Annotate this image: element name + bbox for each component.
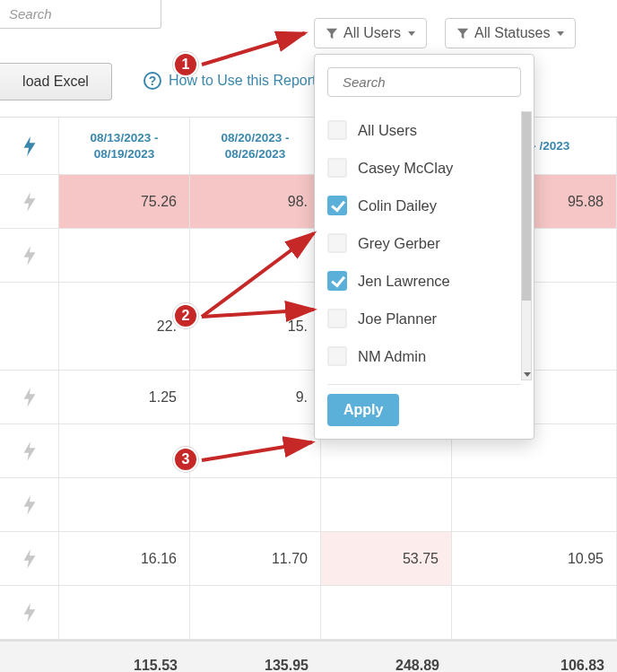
dropdown-search-input[interactable] — [341, 74, 516, 91]
filter-users-label: All Users — [343, 25, 401, 41]
bolt-icon — [22, 192, 38, 212]
cell — [321, 478, 452, 531]
cell — [59, 478, 190, 531]
dropdown-item-label: Colin Dailey — [358, 197, 437, 214]
total-cell: 135.95 — [190, 641, 321, 672]
download-excel-button[interactable]: load Excel — [0, 63, 112, 100]
filter-users-button[interactable]: All Users — [314, 18, 427, 48]
dropdown-item-all-users[interactable]: All Users — [327, 111, 521, 149]
dropdown-item-label: Joe Planner — [358, 310, 437, 327]
dropdown-item[interactable]: NM Admin — [327, 337, 521, 375]
cell: 10.95 — [452, 532, 617, 585]
filter-icon — [456, 27, 469, 39]
row-bolt[interactable] — [0, 586, 59, 639]
dropdown-item[interactable]: Grey Gerber — [327, 224, 521, 262]
annotation-badge-2: 2 — [173, 303, 198, 328]
row-bolt[interactable] — [0, 175, 59, 228]
scroll-down-icon[interactable] — [524, 372, 531, 377]
table-row: 16.16 11.70 53.75 10.95 — [0, 532, 617, 586]
total-cell: 115.53 — [59, 641, 190, 672]
cell: 9. — [190, 371, 321, 423]
cell: 22. — [59, 283, 190, 370]
table-totals: 115.53 135.95 248.89 106.83 — [0, 640, 617, 672]
chevron-down-icon — [557, 31, 564, 36]
cell: 1.25 — [59, 371, 190, 423]
cell: 11.70 — [190, 532, 321, 585]
dropdown-item[interactable]: Jen Lawrence — [327, 262, 521, 300]
cell — [452, 478, 617, 531]
cell: 16.16 — [59, 532, 190, 585]
cell — [452, 586, 617, 639]
cell: 98. — [190, 175, 321, 228]
cell: 15. — [190, 283, 321, 370]
row-bolt[interactable] — [0, 424, 59, 477]
annotation-badge-3: 3 — [173, 447, 198, 472]
header-bolt[interactable] — [0, 118, 59, 174]
annotation-badge-1: 1 — [173, 52, 198, 77]
dropdown-item[interactable]: Joe Planner — [327, 300, 521, 337]
cell — [59, 229, 190, 282]
filter-statuses-label: All Statuses — [474, 25, 550, 41]
dropdown-item-label: Grey Gerber — [358, 235, 440, 252]
total-cell: 106.83 — [452, 641, 617, 672]
checkbox-checked[interactable] — [327, 271, 347, 291]
dropdown-list: All Users Casey McClay Colin Dailey Grey… — [315, 108, 534, 375]
howto-link[interactable]: ? How to Use this Report — [143, 72, 317, 90]
checkbox[interactable] — [327, 120, 347, 140]
checkbox[interactable] — [327, 346, 347, 366]
global-search-input[interactable] — [0, 0, 161, 29]
top-controls: All Users All Statuses — [0, 0, 617, 49]
row-bolt — [0, 283, 59, 370]
dropdown-scrollbar[interactable] — [521, 111, 532, 380]
chevron-down-icon — [408, 31, 415, 36]
checkbox[interactable] — [327, 233, 347, 253]
checkbox[interactable] — [327, 309, 347, 328]
cell — [190, 478, 321, 531]
table-row — [0, 586, 617, 640]
dropdown-item-label: Jen Lawrence — [358, 273, 450, 290]
bolt-icon — [22, 246, 38, 266]
cell — [59, 424, 190, 477]
cell — [190, 229, 321, 282]
separator — [327, 384, 521, 385]
row-bolt[interactable] — [0, 229, 59, 282]
dropdown-item[interactable]: Colin Dailey — [327, 187, 521, 224]
cell — [190, 586, 321, 639]
dropdown-item-label: Casey McClay — [358, 160, 453, 177]
bolt-icon — [22, 441, 38, 461]
checkbox-checked[interactable] — [327, 196, 347, 215]
dropdown-item[interactable]: Casey McClay — [327, 149, 521, 187]
col-header[interactable]: 08/13/2023 - 08/19/2023 — [59, 118, 190, 174]
dropdown-search[interactable] — [327, 67, 521, 97]
row-bolt[interactable] — [0, 478, 59, 531]
bolt-icon — [22, 136, 38, 156]
table-row — [0, 478, 617, 532]
bolt-icon — [22, 549, 38, 569]
cell — [59, 586, 190, 639]
help-icon: ? — [143, 72, 161, 90]
row-bolt[interactable] — [0, 532, 59, 585]
cell: 53.75 — [321, 532, 452, 585]
bolt-icon — [22, 495, 38, 515]
bolt-icon — [22, 388, 38, 407]
checkbox[interactable] — [327, 158, 347, 178]
cell: 75.26 — [59, 175, 190, 228]
cell — [321, 586, 452, 639]
filter-statuses-button[interactable]: All Statuses — [445, 18, 576, 48]
dropdown-item-label: All Users — [358, 122, 417, 139]
users-dropdown: All Users Casey McClay Colin Dailey Grey… — [314, 54, 534, 440]
cell — [190, 424, 321, 477]
col-header[interactable]: 08/20/2023 - 08/26/2023 — [190, 118, 321, 174]
scrollbar-thumb[interactable] — [522, 112, 531, 301]
total-cell: 248.89 — [321, 641, 452, 672]
filter-icon — [326, 27, 338, 39]
bolt-icon — [22, 603, 38, 623]
row-bolt[interactable] — [0, 371, 59, 423]
totals-spacer — [0, 641, 59, 672]
apply-button[interactable]: Apply — [327, 394, 399, 426]
dropdown-item-label: NM Admin — [358, 348, 426, 365]
